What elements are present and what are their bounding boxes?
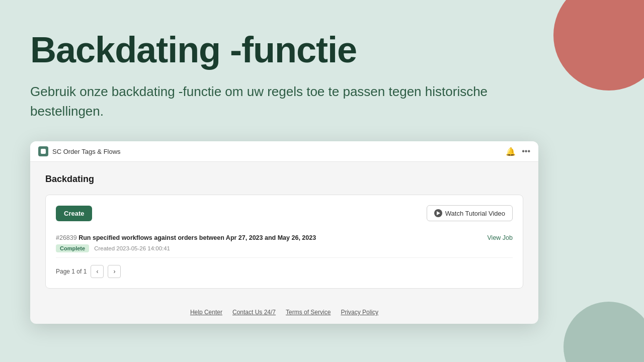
play-icon	[434, 209, 442, 217]
bell-icon[interactable]: 🔔	[506, 147, 516, 156]
footer-contact-us[interactable]: Contact Us 24/7	[232, 309, 276, 316]
app-header-left: SC Order Tags & Flows	[38, 146, 121, 156]
app-footer: Help Center Contact Us 24/7 Terms of Ser…	[30, 301, 538, 324]
app-title: SC Order Tags & Flows	[52, 148, 121, 155]
job-description: Run specified workflows against orders b…	[78, 234, 316, 241]
footer-privacy-policy[interactable]: Privacy Policy	[341, 309, 378, 316]
status-badge: Complete	[56, 244, 89, 252]
watch-tutorial-button[interactable]: Watch Tutorial Video	[427, 205, 513, 221]
pagination-next-button[interactable]: ›	[108, 265, 121, 278]
app-header-right: 🔔 •••	[506, 147, 530, 156]
page-title: Backdating -functie	[30, 30, 614, 70]
job-id: #26839	[56, 234, 77, 241]
pagination-prev-button[interactable]: ‹	[91, 265, 104, 278]
job-info: #26839 Run specified workflows against o…	[56, 234, 316, 241]
job-row-bottom: Complete Created 2023-05-26 14:00:41	[56, 244, 513, 252]
pagination-label: Page 1 of 1	[56, 268, 87, 275]
view-job-link[interactable]: View Job	[488, 234, 513, 241]
job-created-label: Created 2023-05-26 14:00:41	[94, 245, 170, 251]
job-row: #26839 Run specified workflows against o…	[56, 229, 513, 258]
pagination: Page 1 of 1 ‹ ›	[56, 265, 513, 278]
card-toolbar: Create Watch Tutorial Video	[56, 205, 513, 221]
app-content: Backdating Create Watch Tutorial Video #…	[30, 162, 538, 301]
tutorial-button-label: Watch Tutorial Video	[445, 210, 505, 217]
footer-help-center[interactable]: Help Center	[190, 309, 222, 316]
create-button[interactable]: Create	[56, 206, 92, 221]
app-window: SC Order Tags & Flows 🔔 ••• Backdating C…	[30, 141, 538, 324]
app-logo-icon	[38, 146, 48, 156]
page-subtitle: Gebruik onze backdating -functie om uw r…	[30, 82, 558, 121]
main-card: Create Watch Tutorial Video #26839 Run s…	[45, 195, 523, 289]
footer-terms-of-service[interactable]: Terms of Service	[286, 309, 331, 316]
section-title: Backdating	[45, 174, 523, 185]
app-header: SC Order Tags & Flows 🔔 •••	[30, 141, 538, 162]
more-options-icon[interactable]: •••	[522, 147, 530, 156]
job-row-top: #26839 Run specified workflows against o…	[56, 234, 513, 241]
